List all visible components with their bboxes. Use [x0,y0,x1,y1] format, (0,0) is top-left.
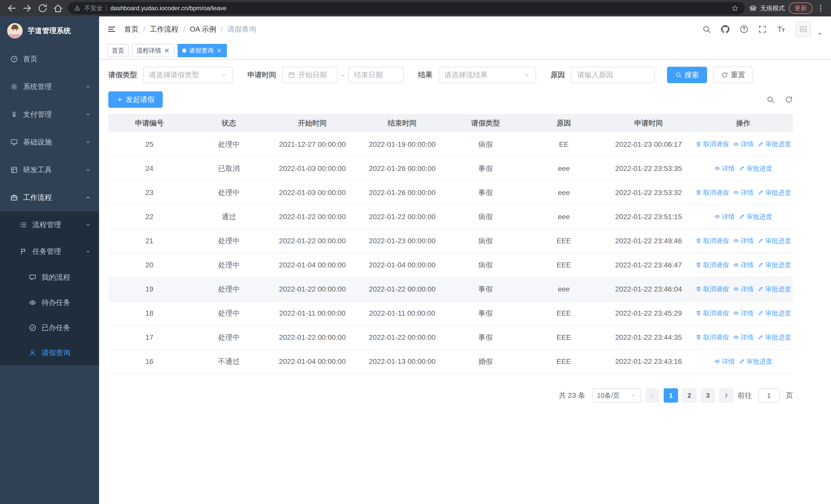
reason-input[interactable] [571,67,655,83]
breadcrumb-item[interactable]: OA 示例 [190,24,216,34]
progress-link[interactable]: 审批进度 [757,261,791,269]
help-icon[interactable] [740,25,748,34]
cell-type: 病假 [447,132,524,156]
search-button[interactable]: 搜索 [667,67,707,83]
tab-process-detail[interactable]: 流程详情 [132,44,174,57]
browser-menu-dots-icon[interactable] [816,4,825,12]
sidebar-item[interactable]: 任务管理 [0,238,99,265]
end-date-input[interactable]: 结束日期 [348,67,404,83]
tab-home[interactable]: 首页 [107,44,129,57]
cancel-link[interactable]: 取消请假 [695,333,729,342]
leave-type-select[interactable]: 请选择请假类型 [143,67,233,83]
detail-link[interactable]: 详情 [714,212,735,221]
cancel-link[interactable]: 取消请假 [695,285,729,293]
detail-link[interactable]: 详情 [733,188,753,197]
page-button-3[interactable]: 3 [700,388,715,403]
chat-icon [29,273,36,281]
page-button-2[interactable]: 2 [682,388,696,403]
date-range-separator: - [342,71,344,79]
cancel-link[interactable]: 取消请假 [695,261,729,269]
detail-link[interactable]: 详情 [733,333,753,342]
detail-link[interactable]: 详情 [733,285,753,293]
next-page-button[interactable] [719,388,734,403]
sidebar-item[interactable]: 请假查询 [0,340,99,365]
breadcrumb-item[interactable]: 工作流程 [150,24,179,34]
warning-icon[interactable] [74,5,81,11]
op-label: 审批进度 [765,285,791,293]
breadcrumb-item[interactable]: 首页 [124,24,139,34]
progress-link[interactable]: 审批进度 [757,140,791,148]
result-select[interactable]: 请选择流结果 [438,67,536,83]
detail-link[interactable]: 详情 [733,309,753,318]
create-leave-button[interactable]: 发起请假 [108,91,163,108]
sidebar-item[interactable]: 工作流程 [0,184,99,211]
progress-link[interactable]: 审批进度 [757,237,791,245]
progress-link[interactable]: 审批进度 [739,212,772,221]
progress-link[interactable]: 审批进度 [757,285,791,293]
close-icon[interactable] [216,48,222,54]
table-tools [766,95,793,104]
reload-icon[interactable] [37,3,48,14]
create-leave-label: 发起请假 [126,95,154,105]
sidebar-item[interactable]: 支付管理 [0,100,99,128]
update-button[interactable]: 更新 [789,3,812,14]
sidebar-item[interactable]: 流程管理 [0,211,99,238]
start-date-input[interactable]: 开始日期 [282,67,338,83]
progress-link[interactable]: 审批进度 [739,164,772,173]
op-label: 取消请假 [703,309,729,318]
detail-link[interactable]: 详情 [714,164,735,173]
prev-page-button[interactable] [645,388,660,403]
sidebar-item[interactable]: 系统管理 [0,73,99,100]
reset-button[interactable]: 重置 [713,67,753,83]
detail-link[interactable]: 详情 [733,140,753,148]
done-icon [29,324,36,331]
progress-link[interactable]: 审批进度 [757,188,791,197]
github-icon[interactable] [721,25,730,34]
cancel-link[interactable]: 取消请假 [695,188,729,197]
avatar-caret-down-icon[interactable] [816,31,823,37]
detail-link[interactable]: 详情 [733,261,753,269]
op-label: 详情 [741,261,753,269]
home-icon[interactable] [52,3,64,14]
forward-icon[interactable] [22,3,33,14]
toggle-search-icon[interactable] [766,95,775,104]
back-icon[interactable] [6,3,18,14]
tab-leave-query[interactable]: 请假查询 [178,44,227,57]
hamburger-icon[interactable] [107,25,116,34]
cancel-link[interactable]: 取消请假 [695,309,729,318]
cell-start: 2022-01-22 00:00:00 [267,277,357,301]
sidebar-item[interactable]: 已办任务 [0,315,99,340]
table-row: 22通过2022-01-22 00:00:002022-01-22 00:00:… [108,205,793,229]
cancel-link[interactable]: 取消请假 [695,140,729,148]
infra-icon [10,138,18,146]
user-avatar[interactable] [796,22,811,37]
progress-link[interactable]: 审批进度 [757,309,791,318]
page-button-1[interactable]: 1 [664,388,678,403]
leave-table: 申请编号状态开始时间结束时间请假类型原因申请时间操作 25处理中2021-12-… [108,114,793,374]
sidebar-item[interactable]: 首页 [0,45,99,73]
cell-start: 2022-01-11 00:00:00 [267,301,357,325]
url-text[interactable]: dashboard.yudao.iocoder.cn/bpm/oa/leave [110,5,728,12]
detail-link[interactable]: 详情 [714,357,735,366]
logo[interactable]: 芋道管理系统 [0,17,99,45]
font-size-icon[interactable] [777,25,786,34]
cancel-link[interactable]: 取消请假 [695,237,729,245]
fullscreen-icon[interactable] [758,25,767,34]
delete-icon [695,334,701,340]
sidebar-item[interactable]: 基础设施 [0,128,99,156]
security-label[interactable]: 不安全 [84,4,103,12]
page-size-select[interactable]: 10条/页 [592,388,641,403]
sidebar-item[interactable]: 待办任务 [0,290,99,315]
close-icon[interactable] [164,48,170,54]
detail-link[interactable]: 详情 [733,237,753,245]
address-bar[interactable]: 不安全 dashboard.yudao.iocoder.cn/bpm/oa/le… [68,2,745,14]
refresh-table-icon[interactable] [785,95,793,104]
progress-link[interactable]: 审批进度 [739,357,772,366]
search-icon[interactable] [702,25,711,34]
sidebar-item[interactable]: 我的流程 [0,265,99,290]
progress-link[interactable]: 审批进度 [757,333,791,342]
table-row: 18处理中2022-01-11 00:00:002022-01-11 00:00… [108,301,793,325]
sidebar-item[interactable]: 研发工具 [0,156,99,184]
page-jump-input[interactable] [758,388,780,403]
bookmark-star-icon[interactable] [732,5,739,12]
